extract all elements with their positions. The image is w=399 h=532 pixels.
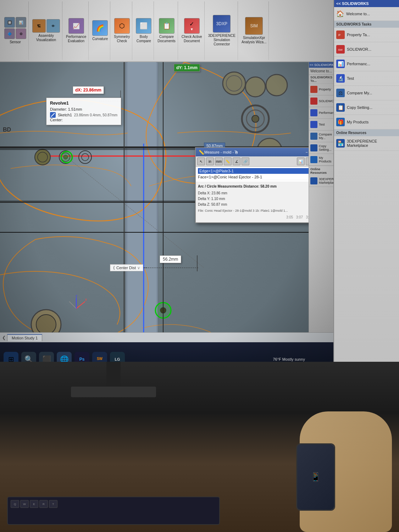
frp-header: << SOLIDWORKS [334, 0, 399, 7]
measure-edge-label: Edge<1>@Plate3-1 [199, 169, 234, 173]
taskbar-clock: 76°F Mostly sunny [273, 357, 305, 361]
sw-item-3dexp[interactable]: 3DEXPERIENCEMarketplace [309, 175, 333, 187]
sensor-icon-2[interactable]: 📊 [16, 17, 26, 28]
sw-online-header: Online Resources [309, 166, 333, 175]
toolbar-group-compare-docs: 📋 CompareDocuments [155, 1, 178, 60]
sensor-icon-3[interactable]: 🔷 [4, 28, 15, 39]
measure-face-row[interactable]: Face<1>@Conic Head Ejector - 28-1 [198, 174, 313, 180]
frp-welcome[interactable]: 🏠 Welcome to... [334, 7, 399, 21]
center-dist-arrow: ⟨ [113, 265, 115, 270]
sw-item-my-products[interactable]: My Products [309, 154, 333, 166]
sw-test-icon [310, 121, 317, 128]
svg-rect-1 [128, 62, 156, 376]
measure-icon: 📏 [199, 150, 204, 155]
measure-tb-graph[interactable]: 📊 [297, 157, 305, 165]
frp-copy-settings[interactable]: 📋 Copy Setting... [334, 100, 399, 115]
sw-welcome[interactable]: Welcome to... [309, 68, 333, 75]
revolve-title: Revolve1 [50, 101, 117, 106]
measure-dialog[interactable]: 📏 Measure - mold - 🖱 − ✕ ↖ in mm 📏 ∠ 🔗 📊… [195, 147, 316, 223]
measure-results: Arc / Circle Measurements Distance: 58.2… [196, 182, 315, 222]
body-compare-icon[interactable]: ⬜ [136, 18, 151, 34]
svg-point-15 [245, 77, 265, 97]
motion-study-label: Motion Study 1 [12, 336, 38, 340]
frp-my-products[interactable]: 🎁 My Products [334, 115, 399, 129]
sw-item-performance[interactable]: Performanc... [309, 107, 333, 119]
center-dist-text: Center Dist [116, 266, 136, 270]
compare-docs-icon[interactable]: 📋 [159, 18, 174, 34]
symmetry-icon[interactable]: ⬡ [114, 18, 130, 34]
coord-marker: x z [66, 294, 87, 312]
bottom-tab-bar: ❮ Motion Study 1 [0, 332, 333, 342]
center-dist-dropdown[interactable]: ∨ [137, 266, 140, 270]
measure-tb-ruler[interactable]: 📏 [224, 157, 232, 165]
sw-3dexp-icon [310, 177, 317, 184]
measure-tb-angle[interactable]: ∠ [233, 157, 240, 165]
sw-item-compare[interactable]: Compare My... [309, 131, 333, 142]
sw-my-products-icon [310, 156, 317, 163]
frp-test-label: Test [347, 76, 354, 81]
svg-point-12 [61, 151, 72, 163]
measure-dialog-minimize[interactable]: − [306, 150, 308, 155]
compare-docs-label: CompareDocuments [157, 35, 176, 43]
simulation-icon[interactable]: SIM [245, 17, 263, 35]
frp-test[interactable]: 🔬 Test [334, 71, 399, 86]
performance-label: PerformanceEvaluation [66, 35, 86, 43]
svg-point-10 [79, 151, 92, 164]
frp-property-tab[interactable]: P Property Ta... [334, 28, 399, 42]
sensor-icon-1[interactable]: 🔲 [4, 17, 15, 28]
dy-value: dY: 1.1mm [176, 65, 198, 70]
measure-dialog-title-text: Measure - mold - [204, 150, 234, 154]
dy-tooltip: dY: 1.1mm [174, 64, 200, 72]
toolbar-group-simulation: SIM SimulationXprAnalysis Wiza... [239, 1, 269, 60]
tab-arrow-left[interactable]: ❮ [2, 335, 6, 340]
svg-point-19 [252, 115, 259, 122]
sw-item-solidworks[interactable]: SOLIDWOR... [309, 95, 333, 107]
measure-tb-link[interactable]: 🔗 [242, 157, 249, 165]
assembly-icon-2[interactable]: 👁 [46, 19, 60, 33]
revolve-sketch-icon [50, 112, 56, 118]
sensor-icon-4[interactable]: ⚙ [16, 28, 26, 39]
frp-performance[interactable]: 📊 Performanc... [334, 57, 399, 71]
measure-edge-row[interactable]: Edge<1>@Plate3-1 [198, 168, 313, 174]
monitor-outer: 🔲 📊 🔷 ⚙ Sensor 🏗 👁 AssemblyVisualization [0, 0, 399, 532]
measure-tb-cursor[interactable]: ↖ [197, 157, 205, 165]
sw-test-label: Test [319, 123, 325, 126]
frp-test-icon: 🔬 [336, 74, 345, 83]
frp-solidworks-item[interactable]: SW SOLIDWOR... [334, 42, 399, 57]
frp-welcome-text: Welcome to... [346, 12, 370, 16]
center-dist-label: ⟨ Center Dist ∨ [110, 264, 143, 271]
measure-result-title: Arc / Circle Measurements Distance: 58.2… [198, 184, 313, 189]
bd-label: BD [3, 127, 11, 133]
frp-compare-my[interactable]: ⚖ Compare My... [334, 86, 399, 100]
frp-section-sw: SOLIDWORKS Tasks [334, 21, 399, 28]
symmetry-label: SymmetryCheck [114, 35, 130, 43]
3dexp-icon[interactable]: 3DXP [213, 15, 231, 33]
frp-sw-icon: SW [336, 45, 345, 54]
screen: 🔲 📊 🔷 ⚙ Sensor 🏗 👁 AssemblyVisualization [0, 0, 333, 376]
revolve-diameter: Diameter: 1.51mm [50, 107, 117, 111]
measure-dialog-title[interactable]: 📏 Measure - mold - 🖱 − ✕ [196, 148, 315, 156]
key-5: T [49, 500, 57, 508]
revolve-info-box: Revolve1 Diameter: 1.51mm Sketch1 23.86m… [46, 98, 121, 125]
frp-3dexp-marketplace[interactable]: 🏪 3DEXPERIENCEMarketplace [334, 136, 399, 151]
sw-compare-icon [310, 133, 317, 140]
frp-my-products-icon: 🎁 [336, 118, 345, 126]
revolve-sketch: Sketch1 [58, 113, 72, 117]
assembly-icon-1[interactable]: 🏗 [32, 19, 46, 33]
key-3: E [30, 500, 38, 508]
performance-icon[interactable]: 📈 [68, 18, 84, 34]
frp-property-icon: P [336, 31, 345, 39]
measure-bottom-values: 3:05 3:07 3:02 [198, 215, 313, 220]
measure-tb-mm[interactable]: mm [215, 157, 223, 165]
sw-item-test[interactable]: Test [309, 119, 333, 131]
motion-study-tab[interactable]: Motion Study 1 [7, 334, 42, 341]
sw-item-copy-settings[interactable]: Copy Setting... [309, 142, 333, 154]
svg-point-11 [82, 154, 89, 161]
taskbar-weather: 76°F Mostly sunny [273, 357, 305, 361]
check-active-icon[interactable]: ✓ ▼ [184, 18, 200, 34]
sw-copy-settings-icon [310, 144, 317, 151]
toolbar-group-3dexp: 3DXP 3DEXPERIENCESimulationConnector [206, 1, 238, 60]
measure-tb-in[interactable]: in [206, 157, 214, 165]
curvature-icon[interactable]: 🌈 [92, 20, 108, 36]
sw-item-property[interactable]: Property Ta... [309, 84, 333, 95]
